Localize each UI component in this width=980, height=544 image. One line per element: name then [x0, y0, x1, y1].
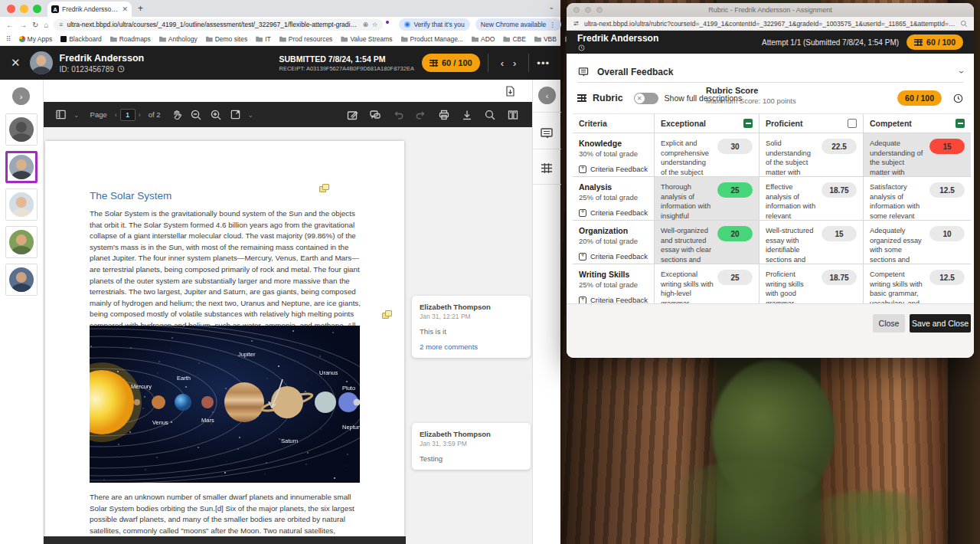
comment-marker-icon[interactable] [382, 310, 392, 319]
rubric-level-cell[interactable]: Adequately organized essay with some sec… [864, 221, 971, 264]
popup-url-text[interactable]: ultra-next.bbpd.io/ultra/rubric?courseId… [584, 20, 956, 28]
column-checkbox[interactable] [848, 119, 857, 128]
back-icon[interactable]: ← [6, 21, 14, 29]
bookmark-item[interactable]: Product Manage... [401, 35, 463, 43]
kebab-menu-icon[interactable]: ⋮ [549, 21, 556, 28]
more-comments-link[interactable]: 2 more comments [420, 342, 523, 351]
bookmark-item[interactable]: ADO [472, 35, 495, 43]
column-checkbox[interactable] [956, 119, 965, 128]
bookmark-item[interactable]: Blackboard [60, 35, 102, 43]
criteria-feedback-button[interactable]: Criteria Feedback [579, 165, 648, 173]
bookmark-item[interactable]: Roadmaps [110, 35, 151, 43]
level-points-pill[interactable]: 22.5 [822, 139, 857, 154]
close-grader-icon[interactable]: ✕ [11, 56, 21, 70]
grade-pill-button[interactable]: 60 / 100 [906, 34, 963, 50]
zoom-page-icon[interactable]: ⊕ [363, 21, 368, 28]
level-points-pill[interactable]: 12.5 [929, 270, 965, 285]
thumbnails-panel-icon[interactable] [55, 109, 67, 120]
level-points-pill[interactable]: 15 [822, 226, 857, 241]
student-list-item[interactable] [5, 188, 38, 221]
level-points-pill[interactable]: 25 [717, 270, 753, 285]
close-button[interactable]: Close [873, 314, 905, 333]
bookmark-item[interactable]: VBB [534, 35, 557, 43]
expand-sidebar-icon[interactable]: › [12, 87, 30, 105]
bookmark-item[interactable]: Anthology [159, 35, 198, 43]
bookmark-star-icon[interactable]: ☆ [372, 21, 378, 28]
site-settings-icon[interactable] [573, 20, 580, 27]
forward-icon[interactable]: → [19, 21, 27, 29]
previous-page-icon[interactable]: ‹ [115, 111, 117, 119]
column-checkbox[interactable] [743, 119, 753, 128]
level-points-pill[interactable]: 18.75 [822, 182, 857, 198]
level-points-pill[interactable]: 30 [717, 139, 753, 154]
history-clock-icon[interactable] [117, 65, 125, 73]
chrome-update-chip[interactable]: New Chrome available ⋮ [475, 18, 561, 31]
bookmark-item[interactable]: Demo sites [206, 35, 248, 43]
feedback-panel-icon[interactable] [539, 126, 554, 141]
rubric-level-cell[interactable]: Well-organized and structured essay with… [655, 221, 760, 264]
document-viewport[interactable]: The Solar System The Solar System is the… [44, 127, 532, 544]
tab-search-chevron-icon[interactable]: ⌄ [548, 3, 554, 11]
bookmark-item[interactable]: My Apps [19, 35, 53, 43]
tab-close-icon[interactable]: ✕ [122, 5, 128, 13]
criteria-feedback-button[interactable]: Criteria Feedback [579, 252, 648, 261]
overall-feedback-section[interactable]: Overall Feedback › [577, 61, 963, 83]
chevron-down-icon[interactable]: › [956, 70, 967, 74]
grade-history-clock-icon[interactable] [953, 93, 963, 103]
more-options-icon[interactable]: ••• [537, 57, 550, 69]
rubric-level-cell[interactable]: Satisfactory analysis of information wit… [864, 177, 971, 220]
grade-pill-button[interactable]: 60 / 100 [422, 54, 480, 72]
url-omnibox[interactable]: ≡ ultra-next.bbpd.io/ultra/courses/_4199… [54, 19, 383, 31]
verify-identity-chip[interactable]: Verify that it's you [399, 18, 469, 31]
level-points-pill[interactable]: 25 [717, 182, 753, 198]
next-student-icon[interactable]: › [508, 57, 521, 69]
print-icon[interactable] [438, 109, 450, 121]
search-icon[interactable] [484, 109, 496, 121]
browser-tab[interactable]: A Fredrik Andersson | Assignme ✕ [47, 2, 132, 17]
student-list-item[interactable] [5, 113, 38, 146]
rubric-level-cell[interactable]: Exceptional writing skills with high-lev… [655, 264, 760, 307]
zoom-in-icon[interactable] [210, 109, 222, 121]
chevron-down-icon[interactable]: ⌄ [248, 111, 254, 119]
level-points-pill[interactable]: 12.5 [929, 182, 965, 198]
comments-icon[interactable] [369, 109, 381, 121]
rubric-level-cell[interactable]: Proficient writing skills with good gram… [760, 264, 864, 307]
level-points-pill[interactable]: 10 [929, 226, 965, 241]
show-descriptions-toggle[interactable]: ✕ [634, 93, 658, 104]
new-tab-button[interactable]: + [138, 3, 143, 14]
next-page-icon[interactable]: › [139, 111, 141, 119]
bookmark-item[interactable]: Value Streams [341, 35, 392, 43]
minimize-window-button[interactable] [20, 5, 28, 13]
bookmark-item[interactable]: IT [256, 35, 271, 43]
chevron-down-icon[interactable]: ⌄ [74, 111, 80, 119]
rubric-level-cell[interactable]: Adequate understanding of the subject ma… [864, 133, 971, 176]
comment-card[interactable]: Elizabeth Thompson Jan 31, 12:21 PM This… [412, 296, 531, 358]
pages-icon[interactable] [507, 109, 519, 121]
rubric-level-cell[interactable]: Explicit and comprehensive understanding… [655, 133, 760, 176]
rubric-score-pill[interactable]: 60 / 100 [897, 90, 942, 106]
bookmark-item[interactable]: CBE [503, 35, 525, 43]
collapse-panel-icon[interactable]: ‹ [538, 87, 556, 104]
hand-tool-icon[interactable] [171, 109, 182, 120]
rubric-level-cell[interactable]: Solid understanding of the subject matte… [760, 133, 864, 176]
comment-marker-icon[interactable] [319, 184, 329, 192]
rubric-level-cell[interactable]: Thorough analysis of information with in… [655, 177, 760, 220]
history-clock-icon[interactable] [578, 44, 585, 51]
rubric-level-cell[interactable]: Effective analysis of information with r… [760, 177, 864, 220]
site-settings-icon[interactable]: ≡ [59, 21, 63, 28]
student-list-item[interactable] [5, 226, 38, 258]
reload-icon[interactable]: ↻ [32, 21, 38, 29]
level-points-pill[interactable]: 18.75 [822, 270, 857, 285]
level-points-pill[interactable]: 15 [929, 139, 965, 154]
maximize-window-button[interactable] [33, 5, 41, 13]
previous-student-icon[interactable]: ‹ [496, 57, 508, 69]
fit-page-icon[interactable] [230, 109, 241, 120]
bookmark-item[interactable]: Prod resources [279, 35, 333, 43]
criteria-feedback-button[interactable]: Criteria Feedback [579, 208, 648, 217]
rubric-level-cell[interactable]: Competent writing skills with basic gram… [864, 264, 971, 307]
student-list-item[interactable] [5, 264, 38, 296]
page-number-input[interactable] [120, 109, 136, 121]
apps-grid-icon[interactable]: ⠿ [6, 35, 11, 43]
close-window-button[interactable] [7, 5, 15, 13]
student-list-item[interactable] [5, 151, 38, 183]
